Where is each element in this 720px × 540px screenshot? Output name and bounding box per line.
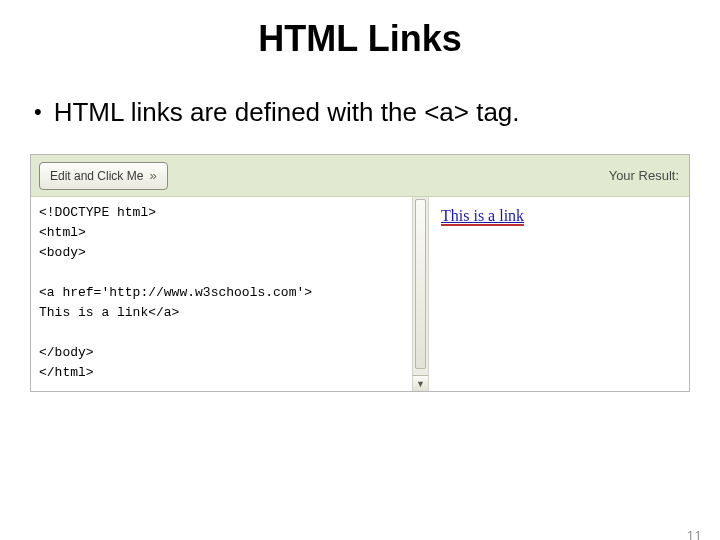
edit-button-label: Edit and Click Me: [50, 169, 143, 183]
result-pane: This is a link: [429, 197, 689, 391]
page-title: HTML Links: [0, 18, 720, 60]
bullet-marker: •: [34, 96, 42, 128]
slide: HTML Links • HTML links are defined with…: [0, 18, 720, 540]
result-heading: Your Result:: [609, 168, 679, 183]
chevron-right-icon: »: [149, 168, 156, 183]
scrollbar-thumb[interactable]: [415, 199, 426, 369]
scrollbar-down-button[interactable]: ▼: [413, 375, 428, 391]
result-link[interactable]: This is a link: [441, 207, 524, 226]
page-number: 11: [686, 528, 702, 540]
scrollbar-vertical[interactable]: ▼: [412, 197, 428, 391]
bullet-item: • HTML links are defined with the <a> ta…: [34, 96, 720, 128]
bullet-text: HTML links are defined with the <a> tag.: [54, 96, 520, 128]
code-pane[interactable]: <!DOCTYPE html> <html> <body> <a href='h…: [31, 197, 429, 391]
editor-header: Edit and Click Me » Your Result:: [31, 155, 689, 197]
code-text: <!DOCTYPE html> <html> <body> <a href='h…: [31, 197, 428, 389]
edit-and-click-button[interactable]: Edit and Click Me »: [39, 162, 168, 190]
editor-body: <!DOCTYPE html> <html> <body> <a href='h…: [31, 197, 689, 391]
tryit-editor: Edit and Click Me » Your Result: <!DOCTY…: [30, 154, 690, 392]
